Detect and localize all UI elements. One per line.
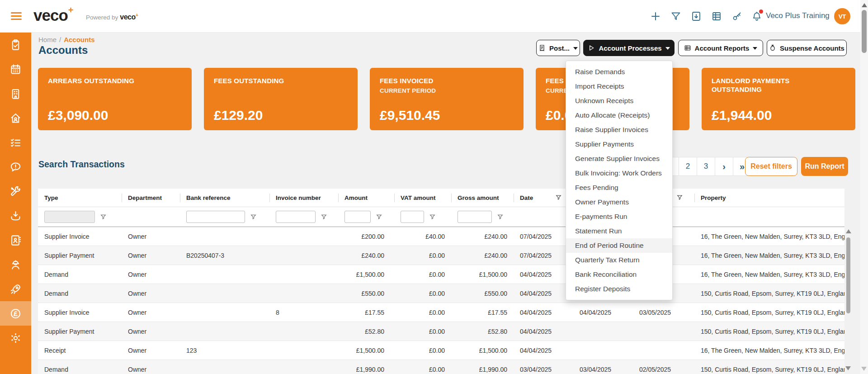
menu-item[interactable]: End of Period Routine (566, 238, 672, 253)
column-header[interactable]: Amount (338, 189, 394, 207)
avatar[interactable]: VT (834, 8, 850, 24)
cell-invoice_number (269, 246, 338, 265)
sidebar-item-contact-card[interactable] (0, 228, 31, 252)
sidebar-item-calendar[interactable] (0, 57, 31, 81)
menu-item[interactable]: Generate Supplier Invoices (566, 151, 672, 166)
cell-bank_reference (180, 360, 269, 374)
powered-by: Powered byveco+ (86, 12, 138, 21)
column-header[interactable]: Invoice number (269, 189, 338, 207)
column-header[interactable]: VAT amount (394, 189, 451, 207)
suspense-accounts-button[interactable]: Suspense Accounts (767, 40, 847, 56)
hamburger-menu-icon[interactable] (11, 12, 22, 20)
pager-page-button[interactable]: 3 (697, 157, 715, 176)
table-scrollbar[interactable] (845, 227, 852, 374)
breadcrumb-home[interactable]: Home (38, 36, 57, 43)
type-filter-select[interactable] (44, 211, 95, 223)
filter-icon[interactable] (670, 11, 681, 22)
menu-item[interactable]: E-payments Run (566, 209, 672, 224)
menu-item[interactable]: Register Deposits (566, 282, 672, 296)
notifications-bell-icon[interactable] (751, 11, 762, 22)
sidebar-item-chat-alert[interactable] (0, 155, 31, 179)
filter-funnel-icon[interactable] (497, 214, 503, 220)
menu-item[interactable]: Statement Run (566, 224, 672, 238)
menu-item[interactable]: Raise Demands (566, 65, 672, 79)
account-processes-button[interactable]: Account Processes (583, 40, 675, 56)
table-row[interactable]: Supplier InvoiceOwner£200.00£40.00£240.0… (38, 227, 844, 246)
amount-filter-input[interactable] (344, 211, 371, 223)
run-report-button[interactable]: Run Report (801, 157, 848, 176)
column-header[interactable]: Type (38, 189, 122, 207)
filter-funnel-icon[interactable] (429, 214, 435, 220)
menu-item[interactable]: Unknown Receipts (566, 94, 672, 108)
filter-funnel-icon[interactable] (321, 214, 327, 220)
key-icon[interactable] (731, 11, 742, 22)
sidebar-item-home-contact[interactable] (0, 106, 31, 130)
menu-item[interactable]: Import Receipts (566, 79, 672, 94)
table-row[interactable]: Supplier PaymentOwnerB20250407-3£240.00£… (38, 246, 844, 265)
table-row[interactable]: DemandOwner£550.00£0.00£550.0004/04/2025… (38, 284, 844, 303)
table-row[interactable]: DemandOwner£1,990.00£0.00£1,990.0003/04/… (38, 360, 844, 374)
scroll-down-icon[interactable] (845, 366, 851, 370)
pager-next-button[interactable]: › (715, 157, 733, 176)
menu-item[interactable]: Owner Payments (566, 195, 672, 209)
sidebar-item-rocket[interactable] (0, 277, 31, 301)
bank-reference-filter-input[interactable] (186, 211, 245, 223)
column-header[interactable]: Property (694, 189, 844, 207)
cell-date_3 (633, 341, 694, 360)
menu-item[interactable]: Quarterly Tax Return (566, 253, 672, 267)
kpi-value: £1,944.00 (712, 108, 772, 123)
vat-amount-filter-input[interactable] (401, 211, 424, 223)
sidebar-item-building[interactable] (0, 81, 31, 106)
column-header[interactable]: Gross amount (451, 189, 514, 207)
sidebar-item-contractor[interactable] (0, 252, 31, 277)
account-reports-button[interactable]: Account Reports (678, 40, 763, 56)
column-header[interactable]: Department (122, 189, 180, 207)
pager-page-button[interactable]: 2 (679, 157, 697, 176)
export-icon[interactable] (691, 11, 702, 22)
menu-item[interactable]: Supplier Payments (566, 137, 672, 151)
cell-department: Owner (122, 246, 180, 265)
page-scrollbar-thumb[interactable] (862, 10, 867, 53)
menu-item[interactable]: Raise Supplier Invoices (566, 123, 672, 137)
column-header[interactable]: Bank reference (180, 189, 269, 207)
menu-item[interactable]: Bulk Invoicing: Work Orders (566, 166, 672, 180)
sidebar-item-downloads[interactable] (0, 204, 31, 228)
filter-funnel-icon[interactable] (677, 194, 683, 200)
menu-item[interactable]: Bank Reconciliation (566, 267, 672, 282)
filter-funnel-icon[interactable] (376, 214, 382, 220)
sidebar-item-checklist[interactable] (0, 130, 31, 155)
filter-funnel-icon[interactable] (556, 194, 561, 200)
filter-funnel-icon[interactable] (100, 214, 106, 220)
table-body: Supplier InvoiceOwner£200.00£40.00£240.0… (38, 227, 844, 374)
post-button[interactable]: Post... (536, 40, 580, 56)
cell-bank_reference (180, 303, 269, 322)
page-scrollbar[interactable] (860, 0, 868, 374)
add-icon[interactable] (650, 11, 661, 22)
menu-item[interactable]: Fees Pending (566, 180, 672, 195)
account-name[interactable]: Veco Plus Training (766, 11, 831, 20)
cell-gross_amount: £550.00 (451, 284, 514, 303)
scroll-down-icon[interactable] (861, 367, 867, 371)
cell-department: Owner (122, 303, 180, 322)
grid-icon[interactable] (711, 11, 722, 22)
sidebar-item-maintenance-tools[interactable] (0, 179, 31, 204)
sidebar-item-accounts-pound[interactable] (0, 301, 31, 326)
table-scrollbar-thumb[interactable] (846, 237, 850, 313)
reset-filters-button[interactable]: Reset filters (745, 157, 797, 176)
table-row[interactable]: DemandOwner£1,500.00£0.00£1,500.0004/04/… (38, 265, 844, 284)
table-row[interactable]: Supplier InvoiceOwner8£17.55£0.00£17.550… (38, 303, 844, 322)
table-row[interactable]: ReceiptOwner123£1,500.00£0.00£1,500.0004… (38, 341, 844, 360)
sidebar-item-settings-gear[interactable] (0, 326, 31, 350)
invoice-number-filter-input[interactable] (276, 211, 316, 223)
table-row[interactable]: Supplier PaymentOwner£52.80£0.00£52.8004… (38, 322, 844, 341)
cell-department: Owner (122, 265, 180, 284)
scroll-up-icon[interactable] (846, 229, 851, 233)
sidebar-item-tasks-clipboard[interactable] (0, 33, 31, 57)
filter-funnel-icon[interactable] (250, 214, 256, 220)
gross-amount-filter-input[interactable] (458, 211, 492, 223)
menu-item[interactable]: Auto Allocate (Receipts) (566, 108, 672, 123)
kpi-value: £9,510.45 (380, 108, 440, 123)
column-header[interactable]: Date (514, 189, 573, 207)
cell-type: Supplier Payment (38, 322, 122, 341)
scroll-up-icon[interactable] (862, 3, 867, 7)
